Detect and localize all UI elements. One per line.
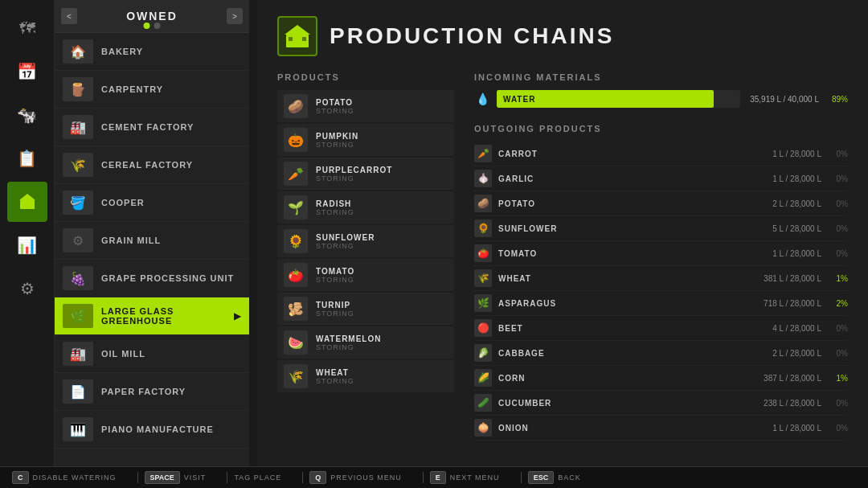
outgoing-name: ASPARAGUS — [498, 299, 743, 308]
sidebar-item-map[interactable]: 🗺 — [7, 8, 47, 48]
outgoing-item-carrot: 🥕 CARROT 1 L / 28,000 L 0% — [474, 141, 848, 166]
product-item-watermelon[interactable]: 🍉 WATERMELON STORING — [277, 326, 454, 359]
hotkey-label: BACK — [558, 474, 581, 482]
hotkey-label: NEXT MENU — [450, 474, 500, 482]
outgoing-section: OUTGOING PRODUCTS 🥕 CARROT 1 L / 28,000 … — [474, 124, 848, 442]
outgoing-pct: 0% — [828, 399, 848, 408]
outgoing-name: TOMATO — [498, 249, 743, 258]
outgoing-list: 🥕 CARROT 1 L / 28,000 L 0% 🧄 GARLIC 1 L … — [474, 141, 848, 442]
building-name: GRAIN MILL — [101, 236, 161, 245]
product-icon: 🥔 — [284, 94, 308, 118]
outgoing-value: 1 L / 28,000 L — [749, 249, 821, 258]
building-name: CEMENT FACTORY — [101, 122, 194, 132]
building-list-header: < OWNED > — [55, 0, 249, 33]
svg-rect-5 — [294, 39, 301, 47]
outgoing-icon: 🥔 — [474, 195, 492, 212]
sidebar-item-buildings[interactable] — [7, 182, 47, 222]
outgoing-name: CABBAGE — [498, 349, 743, 358]
building-name: GRAPE PROCESSING UNIT — [101, 273, 234, 283]
hotkey-key[interactable]: Q — [309, 471, 326, 484]
hotkey-divider — [227, 472, 227, 483]
building-item-paper-factory[interactable]: 📄 PAPER FACTORY — [55, 373, 249, 411]
outgoing-pct: 0% — [828, 150, 848, 158]
outgoing-pct: 0% — [828, 224, 848, 233]
outgoing-pct: 1% — [828, 274, 848, 283]
outgoing-value: 1 L / 28,000 L — [749, 424, 821, 433]
outgoing-name: SUNFLOWER — [498, 224, 743, 233]
dot-1 — [144, 23, 150, 29]
sidebar-item-documents[interactable]: 📋 — [7, 138, 47, 178]
outgoing-name: POTATO — [498, 199, 743, 208]
outgoing-item-beet: 🔴 BEET 4 L / 28,000 L 0% — [474, 316, 848, 341]
product-icon: 🌾 — [284, 364, 308, 388]
building-name: OIL MILL — [101, 349, 145, 359]
incoming-bar-label: WATER — [503, 95, 535, 104]
svg-rect-2 — [25, 203, 30, 209]
product-icon: 🫚 — [284, 297, 308, 321]
sidebar-item-gear[interactable]: ⚙ — [7, 269, 47, 309]
water-icon: 💧 — [474, 92, 490, 105]
building-name: CARPENTRY — [101, 84, 163, 94]
building-list: 🏠 BAKERY 🪵 CARPENTRY 🏭 CEMENT FACTORY 🌾 … — [55, 33, 249, 466]
product-info: SUNFLOWER STORING — [316, 233, 375, 250]
product-icon: 🥕 — [284, 162, 308, 186]
svg-rect-7 — [302, 37, 306, 41]
building-item-bakery[interactable]: 🏠 BAKERY — [55, 33, 249, 71]
incoming-water-pct: 89% — [825, 95, 848, 104]
building-item-cement-factory[interactable]: 🏭 CEMENT FACTORY — [55, 109, 249, 146]
nav-next-button[interactable]: > — [227, 8, 243, 24]
building-item-grain-mill[interactable]: ⚙ GRAIN MILL — [55, 222, 249, 260]
product-sub: STORING — [316, 377, 354, 385]
building-item-cooper[interactable]: 🪣 COOPER — [55, 184, 249, 222]
hotkey-key[interactable]: C — [12, 471, 29, 484]
building-item-grape-processing-unit[interactable]: 🍇 GRAPE PROCESSING UNIT — [55, 260, 249, 297]
product-item-potato[interactable]: 🥔 POTATO STORING — [277, 90, 454, 122]
hotkey-key[interactable]: E — [430, 471, 446, 484]
sidebar-item-calendar[interactable]: 📅 — [7, 51, 47, 92]
incoming-label: INCOMING MATERIALS — [474, 72, 848, 82]
product-item-pumpkin[interactable]: 🎃 PUMPKIN STORING — [277, 124, 454, 156]
product-sub: STORING — [316, 141, 358, 149]
main-content: PRODUCTION CHAINS PRODUCTS 🥔 POTATO STOR… — [257, 0, 868, 466]
product-name: WATERMELON — [316, 334, 381, 343]
hotkey-key[interactable]: SPACE — [145, 471, 180, 484]
sidebar-item-animals[interactable]: 🐄 — [7, 95, 47, 135]
building-item-carpentry[interactable]: 🪵 CARPENTRY — [55, 71, 249, 109]
hotkey-group-1: SPACE VISIT — [145, 471, 207, 484]
product-name: WHEAT — [316, 368, 354, 377]
nav-prev-button[interactable]: < — [61, 8, 77, 24]
building-thumb: 📄 — [63, 379, 93, 404]
sidebar-item-chart[interactable]: 📊 — [7, 225, 47, 265]
product-item-purplecarrot[interactable]: 🥕 PURPLECARROT STORING — [277, 158, 454, 190]
incoming-section: INCOMING MATERIALS 💧 WATER 35,919 L / 40… — [474, 72, 848, 108]
product-item-tomato[interactable]: 🍅 TOMATO STORING — [277, 259, 454, 291]
outgoing-value: 718 L / 28,000 L — [749, 299, 821, 308]
product-item-turnip[interactable]: 🫚 TURNIP STORING — [277, 293, 454, 325]
hotkey-group-3: Q PREVIOUS MENU — [309, 471, 402, 484]
outgoing-icon: 🥒 — [474, 394, 492, 412]
product-item-radish[interactable]: 🌱 RADISH STORING — [277, 191, 454, 223]
product-info: RADISH STORING — [316, 199, 354, 216]
outgoing-label: OUTGOING PRODUCTS — [474, 124, 848, 133]
hotkey-label: VISIT — [184, 474, 207, 482]
product-item-wheat[interactable]: 🌾 WHEAT STORING — [277, 360, 454, 392]
building-item-cereal-factory[interactable]: 🌾 CEREAL FACTORY — [55, 146, 249, 184]
outgoing-name: GARLIC — [498, 174, 743, 183]
building-name: PAPER FACTORY — [101, 387, 186, 396]
product-item-sunflower[interactable]: 🌻 SUNFLOWER STORING — [277, 225, 454, 257]
outgoing-icon: 🌽 — [474, 369, 492, 387]
outgoing-pct: 0% — [828, 174, 848, 183]
outgoing-icon: 🧅 — [474, 419, 492, 437]
outgoing-item-asparagus: 🌿 ASPARAGUS 718 L / 28,000 L 2% — [474, 291, 848, 316]
building-thumb: 🌿 — [63, 304, 93, 328]
building-name: COOPER — [101, 198, 145, 207]
building-thumb: 🌾 — [63, 153, 93, 177]
product-icon: 🍉 — [284, 330, 308, 355]
building-item-large-glass-greenhouse[interactable]: 🌿 LARGE GLASS GREENHOUSE ▶ — [55, 297, 249, 335]
hotkey-label: TAG PLACE — [234, 474, 281, 482]
building-item-oil-mill[interactable]: 🏭 OIL MILL — [55, 335, 249, 373]
building-item-piano-manufacture[interactable]: 🎹 PIANO MANUFACTURE — [55, 411, 249, 449]
outgoing-name: BEET — [498, 324, 743, 333]
hotkey-key[interactable]: ESC — [528, 471, 555, 484]
product-info: TURNIP STORING — [316, 301, 354, 318]
